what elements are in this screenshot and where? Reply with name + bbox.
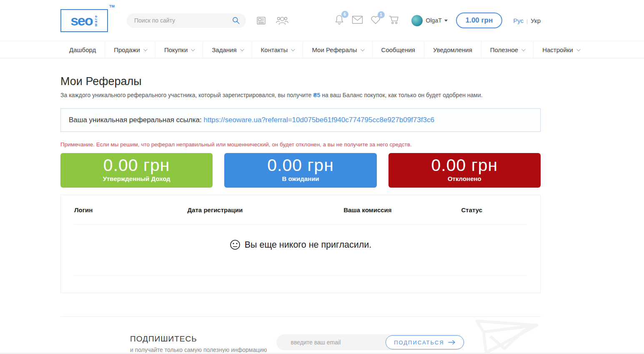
logo-text: seo	[70, 13, 93, 28]
referral-link[interactable]: https://seoware.ua?referral=10d075be61f9…	[203, 116, 434, 124]
arrow-right-icon	[448, 340, 456, 345]
empty-state-message: Вы еще никого не пригласили.	[245, 240, 371, 250]
stat-label: Утвержденный Доход	[60, 175, 213, 182]
avatar[interactable]	[411, 15, 423, 26]
nav-item-settings[interactable]: Настройки	[534, 41, 588, 58]
referrals-table: Логин Дата регистрации Ваша комиссия Ста…	[60, 195, 541, 293]
nav-label: Задания	[212, 46, 236, 53]
notifications-bell[interactable]: 6	[334, 14, 345, 27]
stat-value: 0.00 грн	[388, 156, 541, 175]
email-field[interactable]	[291, 334, 391, 350]
logo[interactable]: seo ware TM	[60, 9, 108, 32]
nav-item-contacts[interactable]: Контакты	[252, 41, 303, 58]
logo-vertical-text: ware	[94, 15, 98, 27]
balance-button[interactable]: 1.00 грн	[456, 13, 503, 28]
description-text: За каждого уникального реферального учас…	[60, 92, 313, 98]
page-title: Мои Рефералы	[60, 75, 541, 88]
favorites-heart-icon[interactable]: 1	[370, 15, 381, 26]
news-icon[interactable]	[256, 15, 266, 26]
chevron-down-icon	[361, 47, 365, 51]
chevron-down-icon	[240, 47, 244, 51]
user-menu-chevron-down-icon[interactable]	[444, 20, 448, 22]
neutral-face-icon	[230, 239, 241, 250]
notifications-badge: 6	[341, 11, 348, 18]
nav-item-useful[interactable]: Полезное	[481, 41, 534, 58]
nav-label: Контакты	[261, 46, 288, 53]
empty-state: Вы еще никого не пригласили.	[61, 225, 540, 264]
nav-label: Полезное	[490, 46, 518, 53]
page-description: За каждого уникального реферального учас…	[60, 92, 541, 98]
chevron-down-icon	[143, 47, 148, 51]
stat-label: В ожидании	[224, 175, 376, 182]
nav-item-sales[interactable]: Продажи	[105, 41, 155, 58]
site-search[interactable]	[127, 13, 246, 28]
subscribe-subtitle: и получайте только самую полезную информ…	[130, 346, 267, 353]
nav-item-notifications[interactable]: Уведомления	[424, 41, 481, 58]
table-header-row: Логин Дата регистрации Ваша комиссия Ста…	[61, 195, 540, 213]
trademark-label: TM	[109, 4, 115, 8]
subscribe-button-label: ПОДПИСАТЬСЯ	[394, 339, 444, 346]
lang-rus-link[interactable]: Рус	[513, 17, 524, 24]
header: seo ware TM 6	[0, 0, 644, 41]
subscribe-button[interactable]: ПОДПИСАТЬСЯ	[386, 335, 464, 349]
nav-label: Сообщения	[381, 46, 415, 53]
nav-label: Покупки	[164, 46, 188, 53]
referral-link-label: Ваша уникальная реферальная ссылка:	[69, 116, 203, 124]
community-icon[interactable]	[276, 15, 289, 26]
col-header-login: Логин	[74, 206, 188, 213]
nav-label: Дашборд	[69, 46, 96, 53]
col-header-registration-date: Дата регистрации	[188, 206, 344, 213]
stat-value: 0.00 грн	[224, 156, 376, 175]
nav-item-tasks[interactable]: Задания	[203, 41, 252, 58]
stat-label: Отклонено	[388, 175, 541, 182]
stat-value: 0.00 грн	[60, 156, 213, 175]
stat-rejected: 0.00 грн Отклонено	[388, 153, 541, 188]
main-nav: Дашборд Продажи Покупки Задания Контакты…	[0, 41, 644, 58]
subscribe-title: ПОДПИШИТЕСЬ	[130, 334, 267, 344]
nav-label: Настройки	[542, 46, 573, 53]
reward-amount: ₴5	[313, 92, 320, 98]
subscribe-section: ПОДПИШИТЕСЬ и получайте только самую пол…	[60, 317, 541, 353]
nav-label: Мои Рефералы	[312, 46, 357, 53]
nav-item-my-referrals[interactable]: Мои Рефералы	[303, 41, 372, 58]
stat-approved-income: 0.00 грн Утвержденный Доход	[60, 153, 213, 188]
nav-item-dashboard[interactable]: Дашборд	[60, 41, 105, 58]
referral-note: Примечание. Если мы решим, что реферал н…	[60, 141, 541, 148]
subscribe-form: ПОДПИСАТЬСЯ	[276, 334, 465, 350]
main-content: Мои Рефералы За каждого уникального рефе…	[60, 75, 541, 353]
favorites-badge: 1	[378, 11, 385, 18]
col-header-commission: Ваша комиссия	[343, 206, 461, 213]
messages-envelope-icon[interactable]	[352, 15, 363, 26]
chevron-down-icon	[191, 47, 195, 51]
referral-link-box: Ваша уникальная реферальная ссылка: http…	[60, 108, 541, 132]
chevron-down-icon	[521, 47, 526, 51]
nav-label: Продажи	[114, 46, 140, 53]
lang-ukr-link[interactable]: Укр	[531, 17, 541, 24]
nav-label: Уведомления	[433, 46, 472, 53]
stat-pending: 0.00 грн В ожидании	[224, 153, 376, 188]
nav-item-messages[interactable]: Сообщения	[373, 41, 424, 58]
user-name[interactable]: OlgaT	[426, 17, 442, 24]
lang-separator: |	[526, 18, 528, 24]
description-text: на ваш Баланс покупок, как только он буд…	[320, 92, 482, 98]
chevron-down-icon	[291, 47, 295, 51]
col-header-status: Статус	[461, 206, 527, 213]
chevron-down-icon	[576, 47, 581, 51]
referral-stats: 0.00 грн Утвержденный Доход 0.00 грн В о…	[60, 153, 541, 188]
search-icon[interactable]	[232, 16, 240, 25]
search-input[interactable]	[134, 17, 232, 24]
nav-item-purchases[interactable]: Покупки	[155, 41, 203, 58]
cart-icon[interactable]	[388, 14, 399, 27]
